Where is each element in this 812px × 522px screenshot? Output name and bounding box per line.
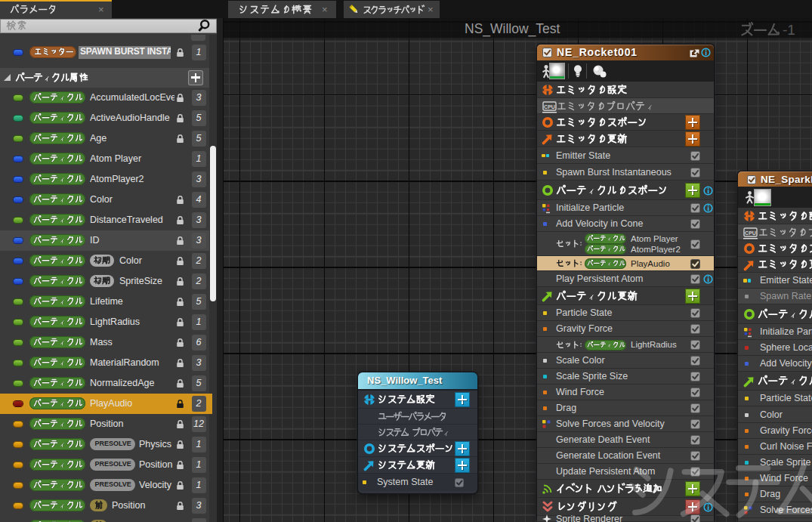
svg-text:CPU: CPU xyxy=(745,230,756,235)
svg-text:CPU: CPU xyxy=(544,103,555,109)
